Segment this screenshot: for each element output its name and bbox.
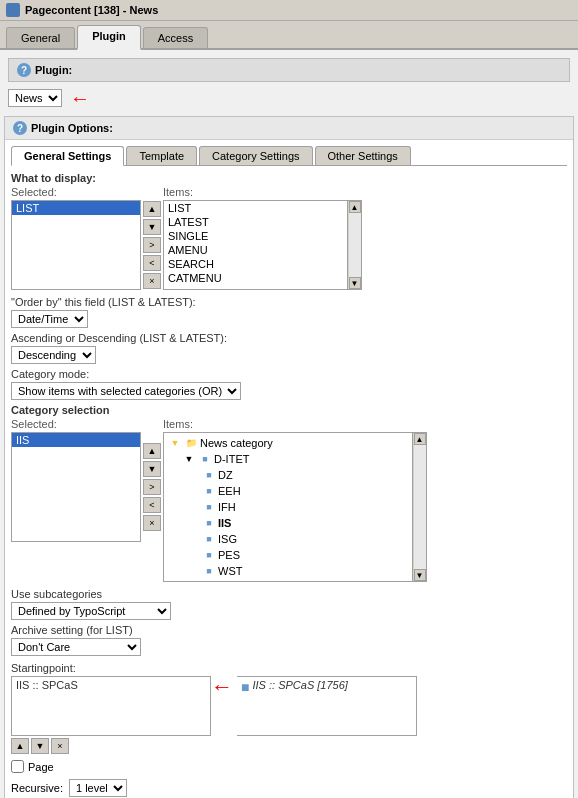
startpoint-tree-icon: ■	[241, 679, 249, 695]
items-listbox[interactable]: LIST LATEST SINGLE AMENU SEARCH CATMENU	[163, 200, 348, 290]
tab-general-settings[interactable]: General Settings	[11, 146, 124, 166]
tree-d-itet[interactable]: ▼ ■ D-ITET	[166, 451, 410, 467]
tree-ifh[interactable]: ■ IFH	[166, 499, 410, 515]
plugin-options-help-icon[interactable]: ?	[13, 121, 27, 135]
category-mode-select-wrap: Show items with selected categories (OR)	[11, 382, 567, 400]
gecko-icon: ■	[202, 580, 216, 582]
cat-left-btn[interactable]: <	[143, 497, 161, 513]
tree-scroll-down[interactable]: ▼	[414, 569, 426, 581]
tree-ifh-label: IFH	[218, 501, 236, 513]
item-amenu[interactable]: AMENU	[164, 243, 347, 257]
item-single[interactable]: SINGLE	[164, 229, 347, 243]
cat-tree-col: Items: ▼ 📁 News category ▼ ■ D-ITET	[163, 418, 427, 582]
asc-desc-select[interactable]: Descending	[11, 346, 96, 364]
what-to-display-label: What to display:	[11, 172, 567, 184]
category-tree[interactable]: ▼ 📁 News category ▼ ■ D-ITET ■ DZ	[163, 432, 413, 582]
cat-tree-wrap: ▼ 📁 News category ▼ ■ D-ITET ■ DZ	[163, 432, 427, 582]
archive-setting-select[interactable]: Don't Care	[11, 638, 141, 656]
tab-plugin[interactable]: Plugin	[77, 25, 141, 50]
cat-selected-col: Selected: IIS ▲ ▼ > < ×	[11, 418, 163, 542]
tab-template[interactable]: Template	[126, 146, 197, 165]
tree-isg[interactable]: ■ ISG	[166, 531, 410, 547]
cat-items-label: Items:	[163, 418, 427, 430]
recursive-select[interactable]: 1 level	[69, 779, 127, 797]
selected-list-wrap: LIST ▲ ▼ > < ×	[11, 200, 163, 290]
selected-listbox[interactable]: LIST	[11, 200, 141, 290]
tree-wst[interactable]: ■ WST	[166, 563, 410, 579]
tree-iis-label: IIS	[218, 517, 231, 529]
window-title: Pagecontent [138] - News	[25, 4, 158, 16]
plugin-options-label: Plugin Options:	[31, 122, 113, 134]
selected-item-list[interactable]: LIST	[12, 201, 140, 215]
startpoint-down-btn[interactable]: ▼	[31, 738, 49, 754]
startpoint-tree-label: IIS :: SPCaS [1756]	[252, 679, 347, 691]
startpoint-tree[interactable]: ■ IIS :: SPCaS [1756]	[237, 676, 417, 736]
tree-dz-label: DZ	[218, 469, 233, 481]
inner-tabs: General Settings Template Category Setti…	[11, 146, 567, 166]
move-left-btn[interactable]: <	[143, 255, 161, 271]
plugin-arrow-indicator: ←	[70, 88, 90, 108]
cat-selected-iis[interactable]: IIS	[12, 433, 140, 447]
plugin-options-wrapper: ? Plugin Options: General Settings Templ…	[4, 116, 574, 798]
cat-selected-listbox[interactable]: IIS	[11, 432, 141, 542]
tree-iis[interactable]: ■ IIS	[166, 515, 410, 531]
order-by-select[interactable]: Date/Time	[11, 310, 88, 328]
iis-icon: ■	[202, 516, 216, 530]
move-up-btn[interactable]: ▲	[143, 201, 161, 217]
item-search[interactable]: SEARCH	[164, 257, 347, 271]
item-list[interactable]: LIST	[164, 201, 347, 215]
asc-desc-row: Ascending or Descending (LIST & LATEST):…	[11, 332, 567, 364]
cat-remove-btn[interactable]: ×	[143, 515, 161, 531]
root-folder-icon: 📁	[184, 436, 198, 450]
tab-other-settings[interactable]: Other Settings	[315, 146, 411, 165]
plugin-select[interactable]: News	[8, 89, 62, 107]
startpoint-selected-list[interactable]: IIS :: SPCaS	[11, 676, 211, 736]
archive-setting-label: Archive setting (for LIST)	[11, 624, 567, 636]
order-by-label: "Order by" this field (LIST & LATEST):	[11, 296, 567, 308]
tab-general[interactable]: General	[6, 27, 75, 48]
tree-eeh[interactable]: ■ EEH	[166, 483, 410, 499]
tab-category-settings[interactable]: Category Settings	[199, 146, 312, 165]
scroll-up-btn[interactable]: ▲	[349, 201, 361, 213]
startingpoint-section: Startingpoint: IIS :: SPCaS ▲ ▼ × ←	[11, 662, 567, 754]
tab-access[interactable]: Access	[143, 27, 208, 48]
startpoint-remove-btn[interactable]: ×	[51, 738, 69, 754]
tree-gecko[interactable]: ■ Gecko Research	[166, 579, 410, 582]
move-right-btn[interactable]: >	[143, 237, 161, 253]
tree-pes[interactable]: ■ PES	[166, 547, 410, 563]
use-subcategories-row: Use subcategories Defined by TypoScript	[11, 588, 567, 620]
what-to-display-lists: Selected: LIST ▲ ▼ > < × I	[11, 186, 567, 290]
items-scrollbar: ▲ ▼	[348, 200, 362, 290]
startpoint-box: IIS :: SPCaS ▲ ▼ × ← ■ IIS :: SPCaS [175…	[11, 676, 567, 754]
pes-icon: ■	[202, 548, 216, 562]
move-down-btn[interactable]: ▼	[143, 219, 161, 235]
startpoint-up-btn[interactable]: ▲	[11, 738, 29, 754]
startpoint-left-wrap: IIS :: SPCaS ▲ ▼ × ←	[11, 676, 237, 754]
item-catmenu[interactable]: CATMENU	[164, 271, 347, 285]
plugin-section: ? Plugin: News ←	[0, 50, 578, 116]
tree-root[interactable]: ▼ 📁 News category	[166, 435, 410, 451]
category-mode-select[interactable]: Show items with selected categories (OR)	[11, 382, 241, 400]
use-subcategories-select[interactable]: Defined by TypoScript	[11, 602, 171, 620]
startpoint-btns: ▲ ▼ ×	[11, 738, 69, 754]
window-title-bar: Pagecontent [138] - News	[0, 0, 578, 21]
selected-col: Selected: LIST ▲ ▼ > < ×	[11, 186, 163, 290]
wst-icon: ■	[202, 564, 216, 578]
remove-btn[interactable]: ×	[143, 273, 161, 289]
category-selection-cols: Selected: IIS ▲ ▼ > < × Items:	[11, 418, 567, 582]
page-checkbox[interactable]	[11, 760, 24, 773]
scroll-down-btn[interactable]: ▼	[349, 277, 361, 289]
plugin-help-icon[interactable]: ?	[17, 63, 31, 77]
cat-up-btn[interactable]: ▲	[143, 443, 161, 459]
item-latest[interactable]: LATEST	[164, 215, 347, 229]
tree-scroll-up[interactable]: ▲	[414, 433, 426, 445]
what-to-display-section: What to display: Selected: LIST ▲ ▼ > < …	[11, 172, 567, 290]
items-col-label: Items:	[163, 186, 362, 198]
tree-scroll-track	[414, 445, 426, 569]
use-subcategories-label: Use subcategories	[11, 588, 567, 600]
cat-right-btn[interactable]: >	[143, 479, 161, 495]
cat-down-btn[interactable]: ▼	[143, 461, 161, 477]
tree-isg-label: ISG	[218, 533, 237, 545]
tree-dz[interactable]: ■ DZ	[166, 467, 410, 483]
startingpoint-label: Startingpoint:	[11, 662, 567, 674]
